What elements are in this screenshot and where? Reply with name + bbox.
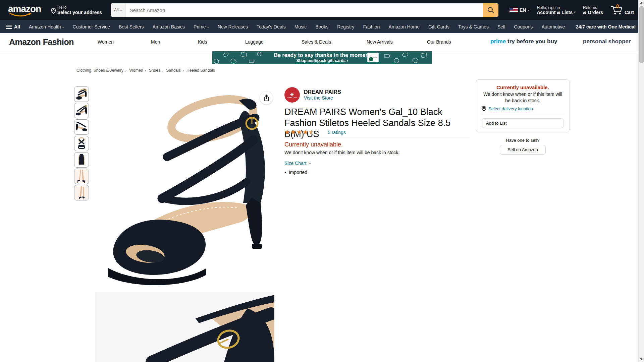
share-button[interactable] [260, 91, 273, 105]
nav-item-best-sellers[interactable]: Best Sellers [119, 24, 144, 29]
star-icons-filled [284, 128, 312, 136]
fashion-nav-kids[interactable]: Kids [198, 39, 207, 45]
nav-item-sell[interactable]: Sell [497, 24, 505, 29]
fashion-nav-our-brands[interactable]: Our Brands [427, 39, 451, 45]
account-lists-menu[interactable]: Hello, sign in Account & Lists [537, 5, 576, 15]
nav-item-fashion[interactable]: Fashion [363, 24, 380, 29]
breadcrumb-link[interactable]: Clothing, Shoes & Jewelry [76, 68, 123, 73]
visit-store-link[interactable]: Visit the Store [304, 95, 341, 101]
breadcrumb-link[interactable]: Shoes [149, 68, 160, 73]
sandal-strap-closeup-image [95, 292, 274, 362]
search-submit-button[interactable] [483, 3, 498, 17]
us-flag-icon [509, 8, 518, 12]
delivery-address-button[interactable]: Hello Select your address [51, 5, 102, 15]
signin-label: Hello, sign in [537, 5, 576, 10]
nav-item-automotive[interactable]: Automotive [541, 24, 565, 29]
heeled-sandal-image [95, 87, 274, 289]
buy-box: Currently unavailable. We don't know whe… [476, 79, 570, 132]
prime-try-before-you-buy-link[interactable]: prime try before you buy [490, 38, 557, 45]
add-to-list-button[interactable]: Add to List [482, 118, 564, 128]
nav-item-gift-cards[interactable]: Gift Cards [428, 24, 449, 29]
location-pin-icon [51, 8, 56, 14]
personal-shopper-link[interactable]: personal shopper [583, 38, 631, 45]
product-secondary-image[interactable] [95, 292, 274, 362]
select-delivery-location-link[interactable]: Select delivery location [482, 106, 564, 111]
amazon-fashion-logo[interactable]: Amazon Fashion [9, 37, 74, 47]
shoe-side-left-thumb [75, 120, 88, 134]
main-nav: All Amazon Health Customer Service Best … [0, 20, 644, 33]
amazon-logo[interactable]: amazon [8, 3, 45, 17]
select-address-label: Select your address [57, 10, 102, 15]
banner-cta[interactable]: Shop multipack gift cards › [212, 58, 432, 63]
scroll-up-arrow-icon[interactable] [640, 2, 643, 4]
account-label: Account & Lists [537, 10, 573, 15]
nav-item-toys-games[interactable]: Toys & Games [458, 24, 489, 29]
scroll-down-arrow-icon[interactable] [640, 358, 643, 360]
amazon-product-page: amazon Hello Select your address All EN … [0, 0, 644, 362]
product-thumbnail-6[interactable] [74, 169, 89, 184]
brand-logo-text: DREAM PAIRS [287, 97, 298, 98]
breadcrumb-link[interactable]: Women [129, 68, 143, 73]
fashion-nav-women[interactable]: Women [98, 39, 114, 45]
star-rating[interactable] [284, 128, 315, 136]
location-pin-icon [482, 106, 486, 111]
returns-label: Returns [583, 5, 603, 10]
fashion-subnav: Amazon Fashion Women Men Kids Luggage Sa… [0, 33, 644, 51]
brand-row: ◈ DREAM PAIRS DREAM PAIRS Visit the Stor… [284, 87, 341, 103]
nav-item-amazon-health[interactable]: Amazon Health [29, 24, 64, 29]
have-one-to-sell-label: Have one to sell? [476, 138, 570, 143]
one-medical-promo[interactable]: 24/7 care with One Medical [576, 24, 636, 29]
nav-item-amazon-home[interactable]: Amazon Home [388, 24, 420, 29]
product-thumbnail-2[interactable] [74, 103, 89, 118]
product-thumbnail-7[interactable] [74, 185, 89, 200]
search-icon [487, 6, 494, 14]
product-thumbnail-1[interactable] [74, 86, 89, 102]
cart-button[interactable]: 0 Cart [610, 5, 634, 15]
breadcrumb-link[interactable]: Sandals [166, 68, 180, 73]
model-legs-thumb [75, 170, 88, 183]
nav-item-music[interactable]: Music [294, 24, 307, 29]
product-thumbnail-4[interactable] [74, 136, 89, 151]
ratings-count-link[interactable]: 5 ratings [328, 130, 346, 135]
nav-item-todays-deals[interactable]: Today's Deals [257, 24, 286, 29]
nav-item-new-releases[interactable]: New Releases [218, 24, 248, 29]
brand-logo[interactable]: ◈ DREAM PAIRS [284, 87, 300, 103]
search-category-dropdown[interactable]: All [111, 3, 125, 17]
nav-item-customer-service[interactable]: Customer Service [73, 24, 110, 29]
nav-item-amazon-basics[interactable]: Amazon Basics [153, 24, 185, 29]
nav-item-registry[interactable]: Registry [337, 24, 354, 29]
page-scrollbar[interactable] [638, 0, 644, 362]
gift-card-banner[interactable]: Be ready to say thanks in the moment Sho… [212, 51, 432, 64]
fashion-nav-men[interactable]: Men [151, 39, 160, 45]
search-input[interactable] [125, 3, 483, 17]
buybox-availability-note: We don't know when or if this item will … [482, 91, 564, 104]
site-header: amazon Hello Select your address All EN … [0, 0, 644, 20]
brand-name: DREAM PAIRS [304, 89, 341, 95]
fashion-nav-new-arrivals[interactable]: New Arrivals [367, 39, 393, 45]
scrollbar-thumb[interactable] [639, 6, 644, 63]
sell-on-amazon-button[interactable]: Sell on Amazon [500, 145, 546, 155]
cart-label: Cart [625, 10, 634, 15]
language-selector[interactable]: EN [509, 7, 529, 13]
breadcrumb-link[interactable]: Heeled Sandals [186, 68, 215, 73]
greeting-label: Hello [57, 5, 102, 10]
fashion-nav-luggage[interactable]: Luggage [245, 39, 264, 45]
size-chart-link[interactable]: Size Chart [284, 161, 312, 166]
divider [284, 137, 470, 137]
nav-item-prime[interactable]: Prime [194, 24, 209, 29]
rating-chevron-icon[interactable] [317, 130, 319, 134]
fashion-nav-sales-deals[interactable]: Sales & Deals [302, 39, 331, 45]
language-label: EN [520, 7, 526, 13]
all-menu-button[interactable]: All [6, 24, 20, 30]
orders-label: & Orders [583, 10, 603, 15]
nav-item-books[interactable]: Books [315, 24, 328, 29]
nav-item-coupons[interactable]: Coupons [514, 24, 533, 29]
product-thumbnail-3[interactable] [74, 119, 89, 135]
product-main-image[interactable] [95, 87, 274, 289]
shoe-side-thumb [75, 104, 88, 117]
returns-orders-menu[interactable]: Returns & Orders [583, 5, 603, 15]
availability-status: Currently unavailable. [284, 141, 343, 148]
amazon-smile-icon [9, 13, 34, 17]
product-thumbnail-5[interactable] [74, 152, 89, 168]
starbucks-gift-card-image [367, 53, 379, 62]
